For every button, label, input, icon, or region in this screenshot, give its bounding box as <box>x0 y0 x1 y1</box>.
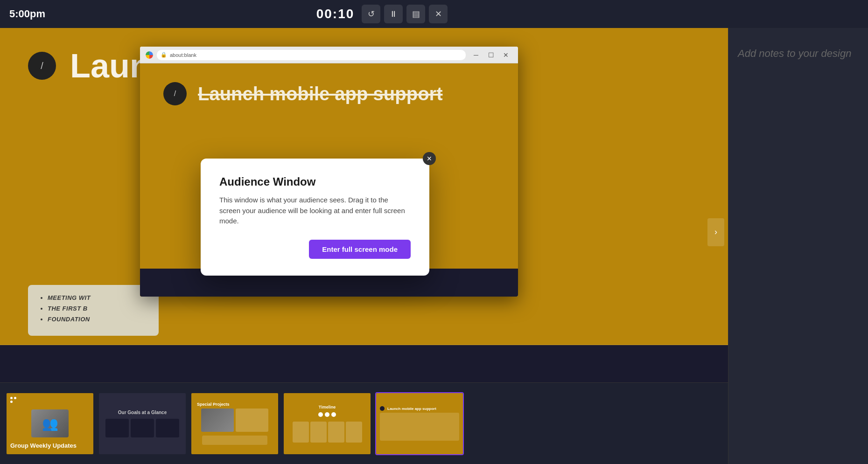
dot-3 <box>331 412 336 417</box>
thumb-4-bg: Timeline <box>284 393 371 454</box>
thumb-3-bar <box>202 436 267 445</box>
thumbnail-strip: 👥 Group Weekly Updates Our Goals at a Gl… <box>0 382 728 464</box>
thumbnail-3[interactable]: Special Projects <box>190 392 279 455</box>
browser-url: about:blank <box>170 52 196 58</box>
inner-slide-content: / Launch mobile app support <box>163 82 442 105</box>
thumb-4-box-1 <box>293 422 309 443</box>
thumb-5-wrapper: Launch mobile app support <box>375 392 464 455</box>
current-time: 5:00pm <box>9 8 45 20</box>
inner-bullet-icon: / <box>163 82 187 105</box>
slide-dark-footer <box>0 345 728 382</box>
thumb-2-card-3 <box>156 419 179 437</box>
thumb-1-wrapper: 👥 Group Weekly Updates <box>6 392 94 455</box>
exit-presentation-button[interactable]: ✕ <box>429 5 448 23</box>
thumbnail-strip-next-button[interactable]: › <box>707 218 724 246</box>
thumb-3-wrapper: Special Projects <box>190 392 279 455</box>
note-item-2: THE FIRST B <box>48 305 147 312</box>
thumb-4-box-4 <box>346 422 362 443</box>
notes-placeholder: Add notes to your design <box>728 28 868 80</box>
chrome-logo <box>146 51 153 59</box>
slide-bullet-icon: / <box>28 52 56 80</box>
browser-window-controls: ─ ☐ ✕ <box>469 50 512 60</box>
audience-window-modal: ✕ Audience Window This window is what yo… <box>201 159 429 276</box>
modal-body: This window is what your audience sees. … <box>219 195 411 227</box>
top-bar: 5:00pm 00:10 ↺ ⏸ ▤ ✕ <box>0 0 868 28</box>
note-item-3: FOUNDATION <box>48 316 147 323</box>
rewind-button[interactable]: ↺ <box>362 5 380 23</box>
thumb-1-person-icon: 👥 <box>31 409 69 437</box>
thumbnail-4[interactable]: Timeline <box>283 392 371 455</box>
inner-slash: / <box>174 90 176 98</box>
slide-notes-card: MEETING WIT THE FIRST B FOUNDATION <box>28 285 159 336</box>
thumb-5-title: Launch mobile app support <box>387 407 436 411</box>
browser-close-button[interactable]: ✕ <box>499 50 512 60</box>
presentation-timer: 00:10 <box>316 7 355 21</box>
modal-title: Audience Window <box>219 175 411 188</box>
thumb-1-image: 👥 <box>31 409 69 437</box>
thumb-3-title: Special Projects <box>197 402 230 407</box>
thumb-5-dot <box>380 406 385 411</box>
thumb-3-content <box>201 409 268 432</box>
captions-button[interactable]: ▤ <box>406 5 425 23</box>
thumbnail-5[interactable]: Launch mobile app support <box>375 392 464 455</box>
thumb-2-bg: Our Goals at a Glance <box>99 393 186 454</box>
thumb-2-card-1 <box>105 419 129 437</box>
slide-notes-list: MEETING WIT THE FIRST B FOUNDATION <box>39 294 147 323</box>
right-panel: 📝 Notes 📡 Canva Live Add notes to your d… <box>728 0 868 464</box>
top-bar-center: 00:10 ↺ ⏸ ▤ ✕ <box>316 5 448 23</box>
thumbnail-1[interactable]: 👥 Group Weekly Updates <box>6 392 94 455</box>
modal-footer: Enter full screen mode <box>219 240 411 259</box>
dot-2 <box>325 412 329 417</box>
thumb-3-photo <box>201 409 234 432</box>
thumb-5-header: Launch mobile app support <box>380 406 459 411</box>
pause-button[interactable]: ⏸ <box>384 5 403 23</box>
thumb-4-box-2 <box>310 422 327 443</box>
presentation-controls: ↺ ⏸ ▤ ✕ <box>362 5 448 23</box>
thumb-4-dots-row <box>318 412 336 417</box>
thumb-2-wrapper: Our Goals at a Glance <box>98 392 187 455</box>
browser-minimize-button[interactable]: ─ <box>469 50 483 60</box>
thumb-1-dots <box>10 397 16 403</box>
note-item-1: MEETING WIT <box>48 294 147 301</box>
browser-titlebar: 🔒 about:blank ─ ☐ ✕ <box>140 47 518 63</box>
thumb-3-bg: Special Projects <box>191 393 278 454</box>
thumb-2-card-2 <box>131 419 154 437</box>
thumb-3-list <box>236 409 268 432</box>
thumb-4-box-3 <box>328 422 344 443</box>
slide-background: / Launc MEETING WIT THE FIRST B FOUNDATI… <box>0 28 728 382</box>
modal-close-button[interactable]: ✕ <box>423 152 436 165</box>
thumb-1-bg: 👥 Group Weekly Updates <box>7 393 93 454</box>
browser-favicon <box>146 51 153 59</box>
thumb-4-title: Timeline <box>319 405 336 409</box>
browser-url-bar[interactable]: 🔒 about:blank <box>157 50 466 60</box>
thumb-5-content <box>380 413 459 441</box>
bullet-slash: / <box>41 61 43 71</box>
slide-divider <box>0 345 728 345</box>
enter-fullscreen-button[interactable]: Enter full screen mode <box>309 240 411 259</box>
thumb-2-title: Our Goals at a Glance <box>118 410 167 415</box>
inner-slide-title: Launch mobile app support <box>198 83 442 104</box>
thumb-4-wrapper: Timeline <box>283 392 371 455</box>
thumb-4-boxes <box>293 422 362 443</box>
thumbnail-2[interactable]: Our Goals at a Glance <box>98 392 187 455</box>
main-presentation-area: / Launc MEETING WIT THE FIRST B FOUNDATI… <box>0 28 728 382</box>
thumb-5-bg: Launch mobile app support <box>376 393 463 454</box>
browser-maximize-button[interactable]: ☐ <box>484 50 497 60</box>
modal-close-icon: ✕ <box>427 155 432 162</box>
thumb-1-label: Group Weekly Updates <box>10 442 77 450</box>
dot-1 <box>318 412 323 417</box>
url-lock-icon: 🔒 <box>161 52 167 58</box>
thumb-2-cards <box>105 419 179 437</box>
